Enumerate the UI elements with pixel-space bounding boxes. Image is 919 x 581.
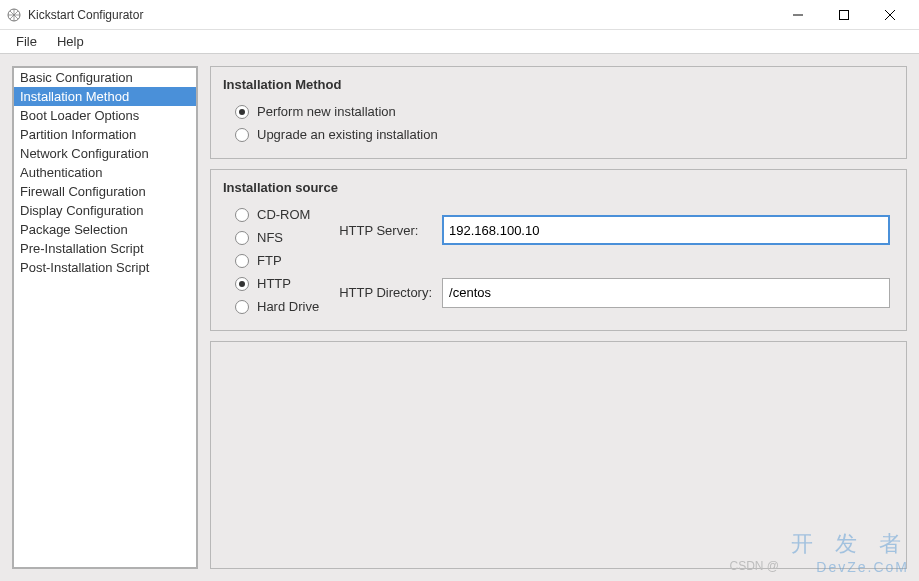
sidebar-item-authentication[interactable]: Authentication xyxy=(14,163,196,182)
sidebar-item-pre-installation-script[interactable]: Pre-Installation Script xyxy=(14,239,196,258)
radio-icon xyxy=(235,300,249,314)
radio-hard-drive[interactable]: Hard Drive xyxy=(223,295,319,318)
sidebar-item-installation-method[interactable]: Installation Method xyxy=(14,87,196,106)
sidebar-item-package-selection[interactable]: Package Selection xyxy=(14,220,196,239)
radio-icon xyxy=(235,128,249,142)
http-form: HTTP Server: HTTP Directory: xyxy=(339,203,894,318)
menu-file[interactable]: File xyxy=(6,32,47,51)
radio-icon xyxy=(235,208,249,222)
sidebar-item-firewall-configuration[interactable]: Firewall Configuration xyxy=(14,182,196,201)
installation-source-group: Installation source CD-ROM NFS FTP xyxy=(210,169,907,331)
radio-cdrom[interactable]: CD-ROM xyxy=(223,203,319,226)
source-radio-list: CD-ROM NFS FTP HTTP xyxy=(223,203,319,318)
installation-method-group: Installation Method Perform new installa… xyxy=(210,66,907,159)
radio-label: NFS xyxy=(257,230,283,245)
menu-help[interactable]: Help xyxy=(47,32,94,51)
http-server-input[interactable] xyxy=(442,215,890,245)
radio-nfs[interactable]: NFS xyxy=(223,226,319,249)
radio-label: Upgrade an existing installation xyxy=(257,127,438,142)
radio-perform-new-installation[interactable]: Perform new installation xyxy=(223,100,894,123)
radio-upgrade-existing-installation[interactable]: Upgrade an existing installation xyxy=(223,123,894,146)
svg-rect-1 xyxy=(840,10,849,19)
main-panel: Installation Method Perform new installa… xyxy=(210,66,907,569)
window-controls xyxy=(775,0,913,30)
http-directory-input[interactable] xyxy=(442,278,890,308)
installation-method-title: Installation Method xyxy=(223,77,894,92)
sidebar-item-post-installation-script[interactable]: Post-Installation Script xyxy=(14,258,196,277)
radio-icon xyxy=(235,277,249,291)
empty-panel xyxy=(210,341,907,569)
sidebar-item-display-configuration[interactable]: Display Configuration xyxy=(14,201,196,220)
radio-label: Perform new installation xyxy=(257,104,396,119)
radio-label: HTTP xyxy=(257,276,291,291)
radio-label: FTP xyxy=(257,253,282,268)
radio-label: CD-ROM xyxy=(257,207,310,222)
radio-icon xyxy=(235,105,249,119)
maximize-button[interactable] xyxy=(821,0,867,30)
radio-icon xyxy=(235,254,249,268)
titlebar: Kickstart Configurator xyxy=(0,0,919,30)
menubar: File Help xyxy=(0,30,919,54)
installation-source-title: Installation source xyxy=(223,180,894,195)
http-server-label: HTTP Server: xyxy=(339,223,432,238)
window-title: Kickstart Configurator xyxy=(28,8,775,22)
sidebar-item-basic-configuration[interactable]: Basic Configuration xyxy=(14,68,196,87)
sidebar-item-partition-information[interactable]: Partition Information xyxy=(14,125,196,144)
radio-icon xyxy=(235,231,249,245)
sidebar-item-boot-loader-options[interactable]: Boot Loader Options xyxy=(14,106,196,125)
minimize-button[interactable] xyxy=(775,0,821,30)
radio-label: Hard Drive xyxy=(257,299,319,314)
sidebar-item-network-configuration[interactable]: Network Configuration xyxy=(14,144,196,163)
sidebar: Basic Configuration Installation Method … xyxy=(12,66,198,569)
http-directory-label: HTTP Directory: xyxy=(339,285,432,300)
close-button[interactable] xyxy=(867,0,913,30)
radio-ftp[interactable]: FTP xyxy=(223,249,319,272)
content-area: Basic Configuration Installation Method … xyxy=(0,54,919,581)
app-icon xyxy=(6,7,22,23)
radio-http[interactable]: HTTP xyxy=(223,272,319,295)
